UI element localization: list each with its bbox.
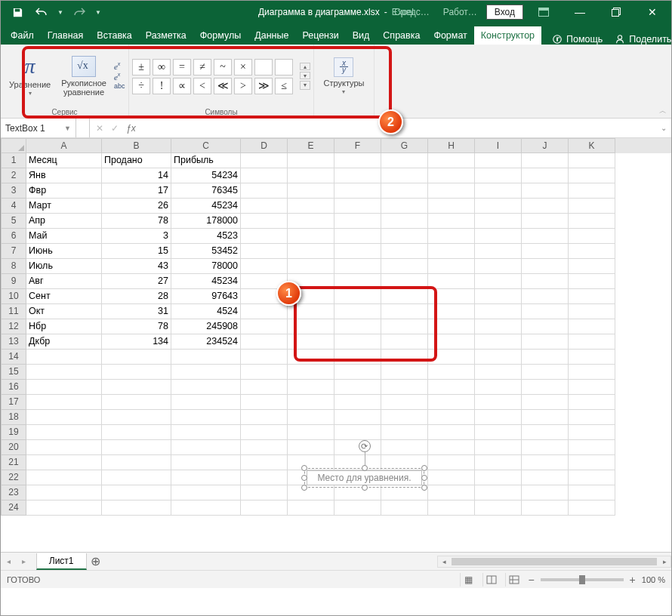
cell[interactable] [26, 425, 102, 440]
cell[interactable] [522, 289, 569, 304]
zoom-level[interactable]: 100 % [642, 575, 665, 584]
cell[interactable] [26, 500, 102, 516]
cell[interactable] [241, 168, 288, 183]
cell[interactable] [102, 425, 171, 440]
equation-button[interactable]: π Уравнение ▾ [6, 54, 54, 99]
horizontal-scrollbar[interactable]: ◂▸ [437, 556, 671, 568]
cell[interactable] [522, 183, 569, 199]
view-pagebreak-icon[interactable] [505, 573, 522, 587]
cell[interactable] [288, 214, 334, 229]
cell[interactable] [381, 199, 428, 214]
cell[interactable] [241, 319, 288, 334]
cell[interactable] [475, 485, 522, 500]
cell[interactable] [522, 440, 569, 455]
cell[interactable] [241, 440, 288, 455]
name-box[interactable]: TextBox 1▼ [1, 119, 76, 137]
cell[interactable] [522, 304, 569, 319]
cell[interactable] [428, 455, 475, 470]
tab-разметка[interactable]: Разметка [139, 26, 193, 45]
row-header[interactable]: 24 [1, 500, 26, 516]
cell[interactable] [381, 319, 428, 334]
cell[interactable]: Март [26, 199, 102, 214]
cell[interactable] [241, 485, 288, 500]
zoom-in-button[interactable]: + [630, 574, 636, 586]
cell[interactable] [428, 304, 475, 319]
cell[interactable]: 78 [102, 319, 171, 334]
cell[interactable] [569, 153, 615, 168]
tab-вид[interactable]: Вид [346, 26, 377, 45]
cell[interactable] [241, 410, 288, 425]
cell[interactable] [102, 455, 171, 470]
cell[interactable] [569, 168, 615, 183]
symbol-cell[interactable]: ≤ [275, 78, 293, 94]
col-header[interactable]: H [428, 138, 475, 153]
cell[interactable] [569, 334, 615, 350]
cell[interactable] [334, 259, 381, 274]
cell[interactable]: 28 [102, 289, 171, 304]
cell[interactable] [241, 334, 288, 350]
help-button[interactable]: Помощь [552, 34, 603, 45]
tab-файл[interactable]: Файл [4, 26, 41, 45]
cell[interactable] [475, 304, 522, 319]
linear-button[interactable]: ex [114, 72, 123, 81]
qat-customize-icon[interactable]: ▼ [94, 3, 102, 21]
zoom-out-button[interactable]: − [528, 574, 534, 586]
cell[interactable] [475, 365, 522, 380]
row-header[interactable]: 18 [1, 410, 26, 425]
row-header[interactable]: 10 [1, 289, 26, 304]
cell[interactable] [334, 319, 381, 334]
fx-icon[interactable]: ƒx [126, 123, 136, 134]
cell[interactable] [171, 380, 241, 395]
cell[interactable]: 4524 [171, 304, 241, 319]
cell[interactable] [334, 395, 381, 410]
rotate-handle-icon[interactable]: ⟳ [359, 440, 371, 452]
cell[interactable] [475, 199, 522, 214]
cell[interactable] [241, 199, 288, 214]
cell[interactable]: Июль [26, 259, 102, 274]
symbol-cell[interactable]: × [234, 59, 252, 75]
cell[interactable] [241, 380, 288, 395]
cell[interactable] [334, 304, 381, 319]
cell[interactable]: 43 [102, 259, 171, 274]
cell[interactable] [522, 395, 569, 410]
redo-icon[interactable] [70, 3, 88, 21]
row-header[interactable]: 9 [1, 274, 26, 289]
cell[interactable]: Июнь [26, 244, 102, 259]
cell[interactable] [475, 455, 522, 470]
cell[interactable] [288, 244, 334, 259]
row-header[interactable]: 2 [1, 168, 26, 183]
symbols-down-icon[interactable]: ▾ [300, 72, 310, 79]
cell[interactable]: 76345 [171, 183, 241, 199]
cell[interactable] [381, 440, 428, 455]
cell[interactable] [334, 485, 381, 500]
structures-button[interactable]: xy Структуры ▾ [321, 56, 368, 97]
cell[interactable] [522, 380, 569, 395]
cell[interactable]: 26 [102, 199, 171, 214]
cell[interactable] [288, 183, 334, 199]
cell[interactable] [522, 350, 569, 365]
col-header[interactable]: G [381, 138, 428, 153]
cell[interactable] [428, 365, 475, 380]
cell[interactable] [475, 334, 522, 350]
cell[interactable] [334, 350, 381, 365]
cell[interactable] [241, 470, 288, 485]
cell[interactable] [522, 229, 569, 244]
cell[interactable] [334, 274, 381, 289]
row-header[interactable]: 7 [1, 244, 26, 259]
view-normal-icon[interactable]: ▦ [460, 573, 476, 587]
cell[interactable] [171, 470, 241, 485]
add-sheet-button[interactable]: ⊕ [87, 554, 105, 568]
collapse-ribbon-icon[interactable]: ︿ [659, 106, 667, 116]
cell[interactable] [26, 455, 102, 470]
cell[interactable] [522, 410, 569, 425]
cell[interactable] [522, 168, 569, 183]
cell[interactable] [428, 470, 475, 485]
cell[interactable]: 78000 [171, 259, 241, 274]
cell[interactable]: Авг [26, 274, 102, 289]
cell[interactable] [26, 485, 102, 500]
accept-formula-icon[interactable]: ✓ [111, 123, 119, 134]
cell[interactable] [334, 380, 381, 395]
cell[interactable] [241, 229, 288, 244]
cell[interactable]: 54234 [171, 168, 241, 183]
cell[interactable] [288, 365, 334, 380]
